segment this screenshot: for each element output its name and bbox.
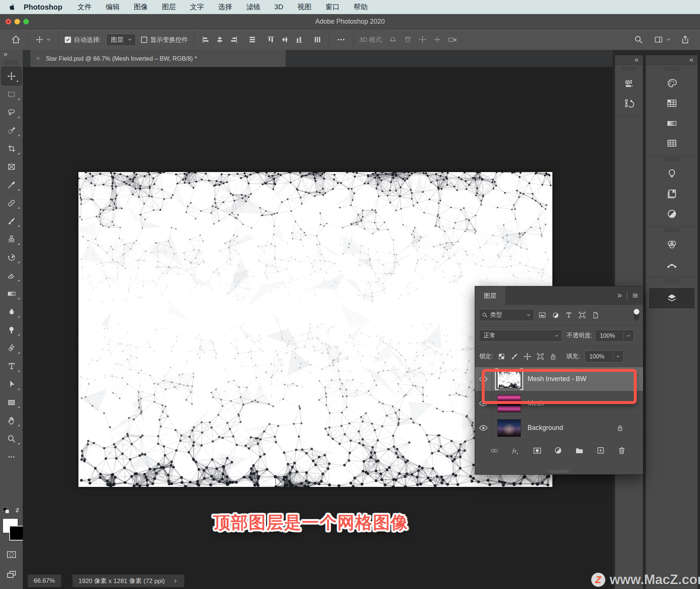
- fill-dropdown[interactable]: 100%: [585, 350, 624, 363]
- align-left-button[interactable]: [199, 31, 213, 48]
- opacity-dropdown[interactable]: 100%: [595, 330, 634, 342]
- pen-tool[interactable]: [0, 339, 23, 357]
- new-group-icon[interactable]: [575, 446, 584, 455]
- move-tool-preset-button[interactable]: [33, 31, 54, 48]
- default-colors-icon[interactable]: [3, 507, 10, 514]
- menu-item[interactable]: 滤镜: [239, 2, 267, 12]
- 3d-roll-icon[interactable]: [400, 31, 415, 48]
- background-color-swatch[interactable]: [9, 526, 25, 541]
- paths-panel-icon[interactable]: [663, 256, 680, 273]
- menu-item[interactable]: 编辑: [98, 2, 127, 12]
- hand-tool[interactable]: [0, 411, 23, 430]
- align-right-button[interactable]: [227, 31, 241, 48]
- dock-collapse-button[interactable]: [615, 55, 643, 65]
- adjustments-panel-icon[interactable]: [663, 205, 680, 222]
- 3d-orbit-icon[interactable]: [386, 31, 400, 48]
- new-adjustment-layer-icon[interactable]: [554, 446, 562, 455]
- frame-tool[interactable]: [0, 158, 23, 176]
- eraser-tool[interactable]: [0, 266, 23, 285]
- layer-thumbnail[interactable]: [497, 370, 521, 388]
- zoom-level-field[interactable]: 66.67%: [28, 575, 61, 587]
- document-info-status[interactable]: 1920 像素 x 1281 像素 (72 ppi): [73, 575, 184, 587]
- new-layer-icon[interactable]: [596, 446, 605, 455]
- layer-name[interactable]: Mesh: [528, 400, 544, 407]
- layer-name[interactable]: Mesh Inverted - BW: [528, 375, 586, 383]
- toolbar-collapse-button[interactable]: [0, 50, 23, 59]
- filter-pixel-layers-icon[interactable]: [537, 310, 548, 320]
- align-top-button[interactable]: [264, 31, 278, 48]
- history-panel-icon[interactable]: [620, 95, 637, 112]
- lock-all-icon[interactable]: [549, 352, 558, 361]
- menu-item[interactable]: 帮助: [347, 2, 375, 12]
- home-screen-button[interactable]: [8, 31, 24, 48]
- toolbar-grip[interactable]: [4, 60, 18, 65]
- menu-item[interactable]: 图像: [127, 2, 155, 12]
- layers-panel-icon[interactable]: [649, 287, 695, 309]
- rectangular-marquee-tool[interactable]: [0, 85, 23, 103]
- crop-tool[interactable]: [0, 139, 23, 158]
- menu-item[interactable]: 图层: [155, 2, 183, 12]
- healing-brush-tool[interactable]: [0, 194, 23, 212]
- dock-grip[interactable]: [622, 67, 636, 71]
- layer-thumbnail[interactable]: [497, 419, 521, 437]
- show-transform-controls-checkbox[interactable]: 显示变换控件: [141, 36, 188, 44]
- more-align-options-button[interactable]: [334, 31, 349, 48]
- filter-shape-layers-icon[interactable]: [577, 310, 588, 320]
- patterns-panel-icon[interactable]: [663, 135, 680, 152]
- app-menu-photoshop[interactable]: Photoshop: [16, 3, 70, 11]
- menu-item[interactable]: 文件: [70, 2, 98, 12]
- layer-row-mesh-inverted[interactable]: Mesh Inverted - BW: [475, 367, 643, 391]
- zoom-tool[interactable]: [0, 430, 23, 448]
- 3d-camera-icon[interactable]: [445, 31, 460, 48]
- align-bottom-button[interactable]: [292, 31, 306, 48]
- filter-adjustment-layers-icon[interactable]: [550, 310, 561, 320]
- brush-tool[interactable]: [0, 212, 23, 230]
- layer-row-mesh[interactable]: Mesh: [475, 391, 643, 416]
- dock-collapse-button[interactable]: [646, 55, 697, 65]
- filter-toggle-switch[interactable]: [634, 310, 639, 321]
- dock-grip[interactable]: [665, 67, 679, 71]
- blend-mode-dropdown[interactable]: 正常: [479, 330, 562, 342]
- learn-panel-icon[interactable]: [663, 165, 680, 182]
- edit-toolbar-button[interactable]: [0, 448, 23, 466]
- align-middle-button[interactable]: [278, 31, 292, 48]
- layer-name[interactable]: Background: [528, 424, 563, 432]
- close-document-icon[interactable]: [36, 56, 41, 61]
- layer-thumbnail[interactable]: [497, 395, 521, 413]
- layers-tab[interactable]: 图层: [475, 286, 505, 305]
- lasso-tool[interactable]: [0, 103, 23, 121]
- lock-artboard-icon[interactable]: [536, 352, 545, 361]
- layer-style-fx-icon[interactable]: [511, 446, 520, 455]
- share-image-button[interactable]: [678, 31, 693, 48]
- quick-selection-tool[interactable]: [0, 121, 23, 139]
- color-panel-icon[interactable]: [663, 75, 680, 92]
- apple-menu-icon[interactable]: [8, 3, 16, 11]
- rectangle-tool[interactable]: [0, 393, 23, 411]
- path-selection-tool[interactable]: [0, 375, 23, 393]
- menu-item[interactable]: 3D: [267, 3, 290, 11]
- layer-visibility-toggle[interactable]: [475, 367, 492, 391]
- swap-colors-icon[interactable]: [14, 506, 21, 514]
- menu-item[interactable]: 视图: [290, 2, 319, 12]
- search-icon[interactable]: [631, 31, 646, 48]
- move-tool[interactable]: [1, 67, 21, 85]
- history-brush-tool[interactable]: [0, 248, 23, 266]
- gradient-tool[interactable]: [0, 285, 23, 303]
- distribute-vertical-button[interactable]: [310, 31, 324, 48]
- lock-pixels-icon[interactable]: [510, 352, 519, 361]
- panel-menu-icon[interactable]: [632, 292, 639, 299]
- distribute-horizontal-button[interactable]: [245, 31, 259, 48]
- delete-layer-icon[interactable]: [617, 446, 626, 455]
- lock-transparency-icon[interactable]: [497, 352, 506, 361]
- panel-resize-grip[interactable]: [549, 470, 569, 473]
- lock-position-icon[interactable]: [523, 352, 532, 361]
- quick-mask-mode-button[interactable]: [5, 549, 18, 560]
- dock-grip[interactable]: [665, 157, 679, 162]
- auto-select-target-dropdown[interactable]: 图层: [106, 34, 136, 46]
- channels-panel-icon[interactable]: [663, 236, 680, 253]
- 3d-pan-icon[interactable]: [415, 31, 430, 48]
- gradients-panel-icon[interactable]: [663, 115, 680, 132]
- add-layer-mask-icon[interactable]: [533, 446, 542, 455]
- type-tool[interactable]: [0, 357, 23, 375]
- 3d-slide-icon[interactable]: [430, 31, 445, 48]
